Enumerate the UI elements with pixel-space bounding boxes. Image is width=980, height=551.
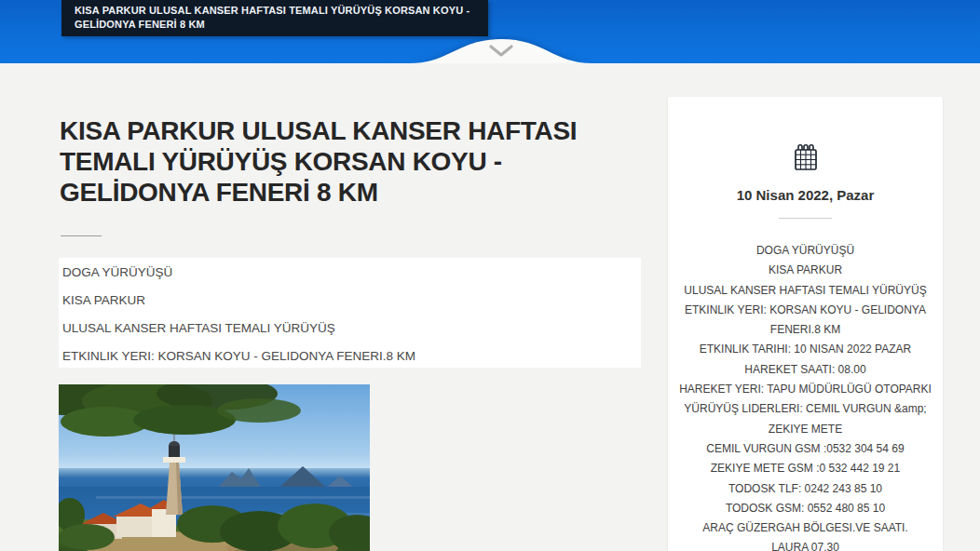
event-date: 10 Nisan 2022, Pazar bbox=[668, 186, 943, 205]
detail-line: KISA PARKUR bbox=[674, 261, 937, 280]
summary-line: DOGA YÜRÜYÜŞÜ bbox=[62, 266, 632, 279]
wave-shape bbox=[410, 39, 592, 63]
detail-line: CEMIL VURGUN GSM :0532 304 54 69 bbox=[674, 439, 937, 459]
detail-line: ZEKIYE METE GSM :0 532 442 19 21 bbox=[674, 459, 937, 478]
detail-line: LAURA 07.30 bbox=[674, 538, 937, 551]
detail-line: ULUSAL KANSER HAFTASI TEMALI YÜRÜYÜŞ bbox=[674, 281, 937, 301]
summary-line: KISA PARKUR bbox=[62, 294, 632, 307]
lighthouse-photo-graphic bbox=[59, 384, 370, 551]
event-photo[interactable] bbox=[59, 384, 370, 551]
detail-line: ETKINLIK YERI: KORSAN KOYU - GELIDONYA F… bbox=[674, 301, 937, 341]
card-divider bbox=[779, 218, 832, 219]
banner-title-box: KISA PARKUR ULUSAL KANSER HAFTASI TEMALI… bbox=[61, 0, 488, 36]
detail-line: YÜRÜYÜŞ LIDERLERI: CEMIL VURGUN &amp; ZE… bbox=[674, 399, 937, 439]
summary-line: ULUSAL KANSER HAFTASI TEMALI YÜRÜYÜŞ bbox=[62, 322, 632, 335]
detail-line: HAREKET YERI: TAPU MÜDÜRLÜGÜ OTOPARKI bbox=[674, 380, 937, 399]
detail-line: ETKINLIK TARIHI: 10 NISAN 2022 PAZAR bbox=[674, 340, 937, 359]
detail-line: TODOSK TLF: 0242 243 85 10 bbox=[674, 479, 937, 499]
page: KISA PARKUR ULUSAL KANSER HAFTASI TEMALI… bbox=[0, 0, 980, 551]
calendar-icon bbox=[794, 143, 818, 171]
detail-line: ARAÇ GÜZERGAH BÖLGESI.VE SAATI. bbox=[674, 518, 937, 538]
summary-line: ETKINLIK YERI: KORSAN KOYU - GELIDONYA F… bbox=[62, 350, 632, 363]
detail-line: TODOSK GSM: 0552 480 85 10 bbox=[674, 499, 937, 518]
scroll-down-wave[interactable] bbox=[0, 35, 980, 63]
page-title: KISA PARKUR ULUSAL KANSER HAFTASI TEMALI… bbox=[60, 115, 647, 208]
title-divider bbox=[61, 235, 102, 236]
detail-line: DOGA YÜRÜYÜŞÜ bbox=[674, 241, 937, 261]
event-detail-list: DOGA YÜRÜYÜŞÜ KISA PARKUR ULUSAL KANSER … bbox=[668, 241, 943, 551]
banner-title: KISA PARKUR ULUSAL KANSER HAFTASI TEMALI… bbox=[75, 4, 475, 32]
detail-line: HAREKET SAATI: 08.00 bbox=[674, 360, 937, 380]
event-summary-box: DOGA YÜRÜYÜŞÜ KISA PARKUR ULUSAL KANSER … bbox=[59, 258, 641, 368]
event-details-card: 10 Nisan 2022, Pazar DOGA YÜRÜYÜŞÜ KISA … bbox=[668, 97, 943, 551]
